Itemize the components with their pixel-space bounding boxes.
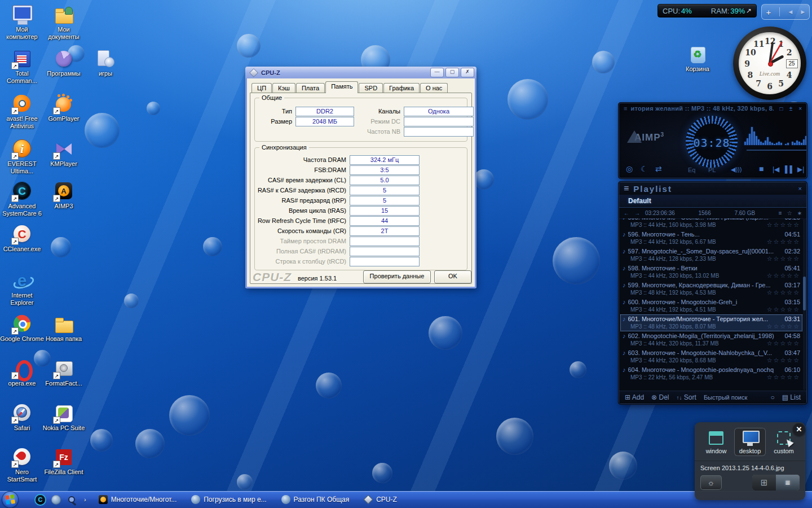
capture-option-window[interactable]: window (700, 428, 732, 456)
desktop-icon-gomplayer[interactable]: ↗GomPlayer (42, 94, 86, 122)
prev-page-icon[interactable]: ◀ (789, 9, 793, 15)
cpuz-titlebar[interactable]: CPU-Z — ▢ ✗ (245, 67, 476, 78)
list-button[interactable]: ▤ List (782, 393, 801, 401)
ok-button[interactable]: OK (434, 270, 471, 283)
cpu-ram-gadget[interactable]: CPU: 4% RAM: 39% ↗ (657, 4, 757, 17)
desktop-icon-avast-free-antivirus[interactable]: ↗avast! Free Antivirus (0, 94, 44, 130)
jump-back-icon[interactable]: ← (624, 210, 629, 216)
tab-SPD[interactable]: SPD (359, 83, 383, 93)
capture-view-toggle[interactable]: ⊞ ≡ (752, 475, 800, 491)
quick-search-button[interactable]: Быстрый поиск (704, 394, 747, 401)
radio-icon[interactable]: ◎ (626, 164, 633, 173)
quicklaunch-globe-icon[interactable] (51, 495, 61, 505)
aimp-titlebar[interactable]: ≡ итория желаний :: MP3 :: 48 kHz, 320 k… (619, 103, 806, 113)
track-rating-stars[interactable]: ☆☆☆☆☆ (767, 255, 800, 262)
stop-button[interactable]: ■ (759, 164, 764, 173)
desktop-icon-games[interactable]: игры (83, 49, 127, 77)
sort-button[interactable]: ↑↓ Sort (677, 393, 696, 401)
tab-Графика[interactable]: Графика (383, 83, 420, 93)
start-button[interactable] (2, 491, 19, 508)
jump-forward-icon[interactable]: → (634, 210, 640, 216)
clock-gadget[interactable]: 121234567891011 Live.com 25 (733, 27, 806, 100)
track-rating-stars[interactable]: ☆☆☆☆☆ (767, 323, 800, 330)
desktop-icon-safari[interactable]: ↗Safari (0, 403, 44, 432)
track-rating-stars[interactable]: ☆☆☆☆☆ (767, 357, 800, 364)
track-rating-stars[interactable]: ☆☆☆☆☆ (767, 221, 800, 229)
aimp-restore-button[interactable]: □ (780, 106, 783, 112)
desktop-icon-total-commander[interactable]: ↗Total Comman... (0, 49, 44, 85)
equalizer-button[interactable]: Eq (688, 167, 695, 173)
track-row[interactable]: ♪598. Многоточие - Ветки05:41MP3 :: 44 k… (620, 264, 802, 281)
taskbar-task-aimp[interactable]: Многоточие/Многот... (99, 495, 177, 504)
track-row[interactable]: ♪603. Многоточие - Mnogotochie-Nahlobych… (620, 348, 802, 365)
track-row[interactable]: ♪604. Многоточие - Mnogotochie-poslednya… (620, 365, 802, 382)
track-row[interactable]: ♪595. Многоточие - Осень... Тихи Гриммы … (620, 218, 802, 230)
capture-option-desktop[interactable]: desktop (734, 428, 766, 456)
grid-view-icon[interactable]: ⊞ (752, 475, 776, 491)
desktop-icon-filezilla-client[interactable]: ↗FileZilla Client (42, 447, 86, 476)
desktop-icon-kmplayer[interactable]: ↗KMPlayer (42, 139, 86, 168)
track-row[interactable]: ♪596. Многоточие - Тень...04:51MP3 :: 44… (620, 230, 802, 247)
playlist-titlebar[interactable]: ≡ Playlist × (619, 182, 806, 195)
track-rating-stars[interactable]: ☆☆☆☆☆ (767, 306, 800, 313)
playlist-sortmenu-icon[interactable]: ≡ (779, 210, 782, 216)
validate-button[interactable]: Проверить данные (363, 270, 431, 283)
desktop-icon-nero-startsmart[interactable]: ↗Nero StartSmart (0, 447, 44, 483)
aimp-close-button[interactable]: × (798, 106, 802, 112)
playlist-scrollbar[interactable] (803, 218, 806, 390)
desktop-icon-google-chrome[interactable]: ↗Google Chrome (0, 314, 44, 343)
capture-settings-button[interactable]: ☼ (700, 475, 722, 490)
maximize-button[interactable]: ▢ (445, 68, 459, 77)
track-rating-stars[interactable]: ☆☆☆☆☆ (767, 340, 800, 347)
tab-О нас[interactable]: О нас (420, 83, 448, 93)
playlist-menu-icon[interactable]: ≡ (624, 183, 629, 194)
desktop-icon-everest-ultimate[interactable]: ↗EVEREST Ultima... (0, 139, 44, 175)
quicklaunch-capture-icon[interactable] (67, 495, 77, 505)
volume-icon[interactable]: ◀))) (731, 166, 742, 173)
desktop-icon-recycle-bin[interactable]: Корзина (676, 44, 720, 73)
desktop-icon-my-documents[interactable]: Мои документы (42, 5, 86, 41)
taskbar-task-cpuz[interactable]: CPU-Z (364, 495, 397, 504)
expand-arrow-icon[interactable]: ↗ (746, 7, 752, 15)
add-gadget-button[interactable]: + (766, 7, 771, 17)
next-button[interactable]: ▶| (797, 165, 804, 173)
track-row[interactable]: ♪599. Многоточие, Краснодеревщик, Диман … (620, 281, 802, 297)
track-row[interactable]: ♪597. Mnogotochie_-_Some_Day-spaces_ru[(… (620, 247, 802, 264)
previous-button[interactable]: |◀ (773, 165, 779, 173)
track-row[interactable]: ♪601. Многоточие/Многоточие - Территория… (620, 314, 802, 331)
playlist-close-icon[interactable]: × (798, 185, 802, 192)
track-rating-stars[interactable]: ☆☆☆☆☆ (767, 374, 800, 381)
aimp-pin-button[interactable]: ± (789, 106, 793, 112)
track-rating-stars[interactable]: ☆☆☆☆☆ (767, 238, 800, 246)
sleep-moon-icon[interactable]: ☾ (641, 164, 648, 173)
desktop-icon-internet-explorer[interactable]: Internet Explorer (0, 270, 44, 306)
tab-Память[interactable]: Память (325, 81, 358, 93)
taskbar-task-globe[interactable]: Погрузись в мир е... (191, 495, 266, 504)
desktop-icon-ccleaner[interactable]: ↗CCleaner.exe (0, 224, 44, 253)
list-view-icon[interactable]: ≡ (776, 475, 800, 491)
tab-Плата[interactable]: Плата (296, 83, 325, 93)
aimp-volume-slider[interactable] (747, 150, 807, 151)
pause-button[interactable]: ▌▌ (785, 165, 795, 173)
delete-button[interactable]: ⊗ Del (651, 393, 669, 401)
track-row[interactable]: ♪602. Mnogotochie-Mogila_(Territoriya_zh… (620, 331, 802, 348)
gadget-toolbar[interactable]: + ◀ ▶ (761, 4, 810, 20)
track-row[interactable]: ♪600. Многоточие - Mnogotochie-Greh_i03:… (620, 297, 802, 314)
shuffle-icon[interactable]: ⇄ (655, 164, 662, 173)
track-rating-stars[interactable]: ☆☆☆☆☆ (767, 272, 800, 279)
aimp-menu-icon[interactable]: ≡ (624, 105, 627, 112)
next-page-icon[interactable]: ▶ (801, 9, 805, 15)
desktop-icon-new-folder[interactable]: Новая папка (42, 314, 86, 343)
minimize-button[interactable]: — (430, 68, 444, 77)
tab-default[interactable]: Default (619, 197, 660, 205)
desktop-icon-my-computer[interactable]: Мой компьютер (0, 5, 44, 41)
playlist-tools-icon[interactable]: ∗ (797, 210, 802, 216)
taskbar-task-globe[interactable]: Разгон ПК Общая (281, 495, 350, 504)
scrollbar-thumb[interactable] (803, 277, 806, 310)
capture-close-button[interactable]: ✕ (793, 423, 805, 436)
tab-Кэш[interactable]: Кэш (272, 83, 295, 93)
desktop-icon-advanced-systemcare[interactable]: ↗Advanced SystemCare 6 (0, 181, 44, 217)
close-button[interactable]: ✗ (461, 68, 474, 77)
tab-ЦП[interactable]: ЦП (251, 83, 272, 93)
playlist-star-icon[interactable]: ☆ (787, 210, 792, 216)
